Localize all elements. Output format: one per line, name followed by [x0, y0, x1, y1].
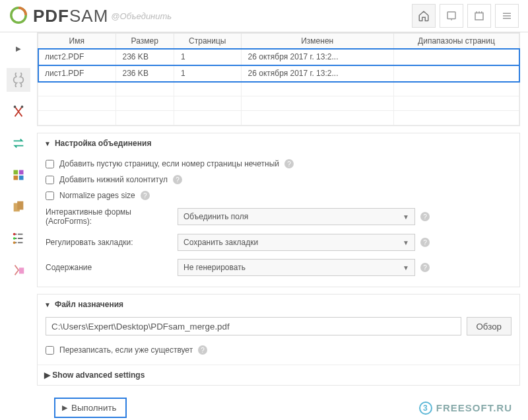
caret-right-icon: ▶ [44, 370, 50, 380]
sidebar: ▶ [0, 32, 37, 420]
destination-panel: ▼Файл назначения Обзор Перезаписать, есл… [37, 294, 520, 386]
svg-point-4 [21, 106, 24, 108]
caret-down-icon: ▼ [44, 301, 51, 308]
add-footer-checkbox[interactable] [46, 176, 54, 184]
bookmarks-select[interactable]: Сохранить закладки▼ [178, 234, 415, 251]
normalize-pages-checkbox[interactable] [46, 192, 54, 200]
help-icon[interactable]: ? [141, 191, 150, 200]
svg-point-13 [13, 242, 16, 244]
svg-point-3 [14, 106, 16, 108]
help-icon[interactable]: ? [420, 263, 430, 272]
svg-rect-7 [14, 176, 18, 180]
sidebar-alternate-icon[interactable] [7, 131, 30, 155]
main-content: Имя Размер Страницы Изменен Дипапазоны с… [37, 32, 528, 420]
sidebar-size-split-icon[interactable] [7, 258, 30, 282]
sidebar-rotate-icon[interactable] [7, 195, 30, 219]
table-row[interactable] [38, 111, 519, 125]
acroforms-select[interactable]: Объединить поля▼ [178, 208, 415, 225]
footer: ▶Выполнить 3FREESOFT.RU [37, 392, 520, 420]
add-blank-page-checkbox[interactable] [46, 160, 54, 168]
destination-header[interactable]: ▼Файл назначения [38, 295, 519, 314]
logo-icon [9, 6, 33, 26]
watermark-icon: 3 [419, 402, 432, 415]
sidebar-expand[interactable]: ▶ [7, 36, 30, 60]
svg-rect-6 [19, 170, 24, 175]
module-subtitle: @Объединить [111, 11, 172, 21]
acroforms-label: Интерактивные формы (AcroForms): [46, 207, 178, 226]
col-modified[interactable]: Изменен [241, 34, 393, 49]
run-button[interactable]: ▶Выполнить [54, 398, 127, 418]
table-row[interactable] [38, 96, 519, 111]
notes-button[interactable] [467, 4, 491, 28]
col-ranges[interactable]: Дипапазоны страниц [393, 34, 519, 49]
col-name[interactable]: Имя [38, 34, 116, 49]
svg-rect-1 [447, 12, 455, 19]
help-icon[interactable]: ? [420, 238, 430, 247]
menu-button[interactable] [495, 4, 519, 28]
bookmarks-label: Регулировать закладки: [46, 238, 178, 247]
help-icon[interactable]: ? [173, 175, 182, 184]
sidebar-merge-icon[interactable] [7, 68, 30, 92]
help-icon[interactable]: ? [284, 159, 294, 168]
chevron-down-icon: ▼ [403, 264, 409, 271]
svg-rect-10 [17, 201, 23, 210]
svg-rect-8 [19, 176, 24, 180]
watermark: 3FREESOFT.RU [419, 402, 512, 415]
destination-path-input[interactable] [46, 317, 461, 335]
help-icon[interactable]: ? [198, 345, 207, 355]
chevron-down-icon: ▼ [403, 213, 409, 221]
toc-label: Содержание [46, 263, 178, 272]
sidebar-split-icon[interactable] [7, 100, 30, 123]
overwrite-checkbox[interactable] [46, 346, 54, 355]
merge-settings-panel: ▼Настройка объединения Добавить пустую с… [37, 133, 520, 287]
toc-select[interactable]: Не генерировать▼ [178, 259, 415, 276]
svg-point-11 [13, 233, 16, 236]
logo-text: PDFSAM [33, 6, 108, 26]
chevron-down-icon: ▼ [403, 239, 409, 246]
sidebar-bookmarks-icon[interactable] [7, 227, 30, 250]
table-row[interactable] [38, 82, 519, 96]
col-size[interactable]: Размер [116, 34, 174, 49]
app-header: PDFSAM @Объединить [0, 0, 528, 32]
advanced-settings-header[interactable]: ▶ Show advanced settings [38, 365, 519, 385]
caret-down-icon: ▼ [44, 140, 51, 147]
notifications-button[interactable] [440, 4, 463, 28]
merge-settings-header[interactable]: ▼Настройка объединения [38, 133, 519, 153]
help-icon[interactable]: ? [420, 212, 430, 221]
home-button[interactable] [412, 4, 436, 28]
svg-rect-5 [14, 170, 18, 175]
table-row[interactable]: лист2.PDF 236 KB 1 26 октября 2017 г. 13… [38, 49, 519, 65]
browse-button[interactable]: Обзор [467, 317, 512, 335]
table-row[interactable]: лист1.PDF 236 KB 1 26 октября 2017 г. 13… [38, 65, 519, 82]
svg-rect-14 [19, 267, 24, 273]
sidebar-extract-icon[interactable] [7, 163, 30, 187]
file-table: Имя Размер Страницы Изменен Дипапазоны с… [37, 32, 520, 126]
play-icon: ▶ [62, 403, 67, 412]
svg-rect-2 [475, 13, 483, 20]
col-pages[interactable]: Страницы [174, 34, 241, 49]
svg-point-12 [13, 237, 16, 240]
